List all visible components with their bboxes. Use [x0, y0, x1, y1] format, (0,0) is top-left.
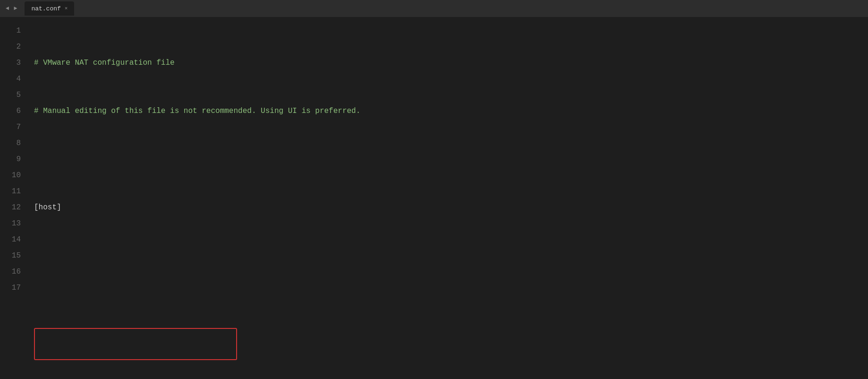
- line-6: # NAT gateway address: [30, 376, 868, 379]
- code-content[interactable]: # VMware NAT configuration file # Manual…: [28, 17, 868, 379]
- title-bar: ◄ ► nat.conf ×: [0, 0, 868, 17]
- line-2-text: # Manual editing of this file is not rec…: [34, 103, 360, 119]
- line-1: # VMware NAT configuration file: [30, 55, 868, 71]
- nav-arrows[interactable]: ◄ ►: [4, 4, 19, 13]
- nav-back-icon[interactable]: ◄: [4, 4, 11, 13]
- file-tab[interactable]: nat.conf ×: [25, 1, 74, 16]
- line-numbers: 1 2 3 4 5 6 7 8 9 10 11 12 13 14 15 16 1…: [0, 17, 28, 379]
- line-1-text: # VMware NAT configuration file: [34, 55, 175, 71]
- line-4-text: [host]: [34, 199, 61, 215]
- tab-filename: nat.conf: [31, 5, 60, 12]
- line-2: # Manual editing of this file is not rec…: [30, 103, 868, 119]
- line-3: [30, 151, 868, 167]
- highlight-border: [34, 328, 237, 360]
- nav-forward-icon[interactable]: ►: [12, 4, 19, 13]
- tab-close-button[interactable]: ×: [65, 6, 68, 11]
- line-4: [host]: [30, 199, 868, 215]
- line-5: [30, 248, 868, 264]
- editor-area: 1 2 3 4 5 6 7 8 9 10 11 12 13 14 15 16 1…: [0, 17, 868, 379]
- highlighted-lines: # NAT gateway address ip = 192.168.220.2: [30, 328, 868, 379]
- line-6-text: # NAT gateway address: [34, 376, 129, 379]
